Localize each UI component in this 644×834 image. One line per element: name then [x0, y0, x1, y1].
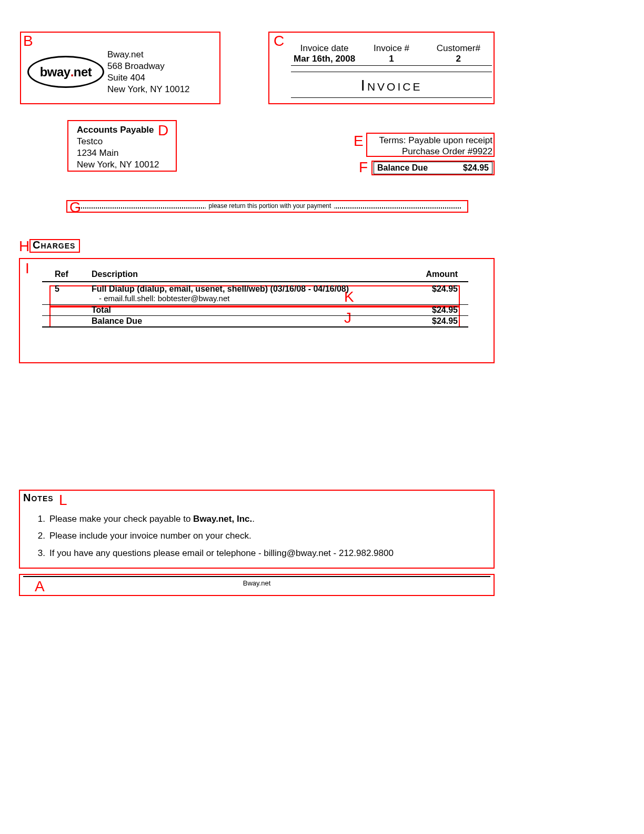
note-1-bold: Bway.net, Inc. — [193, 514, 252, 524]
charges-header-row: Ref Description Amount — [42, 267, 468, 282]
region-tag-b: B — [23, 33, 33, 49]
notes-title: Notes — [23, 492, 54, 504]
note-3: 3. If you have any questions please emai… — [32, 545, 484, 562]
charge-detail: - email.full.shell: bobtester@bway.net — [42, 294, 468, 305]
note-1-post: . — [252, 514, 255, 524]
company-addr1: 568 Broadway — [107, 61, 190, 72]
meta-value-num: 1 — [358, 54, 425, 64]
charge-total-amount: $24.95 — [400, 305, 468, 315]
terms-line2: Purchase Order #9922 — [368, 146, 492, 157]
charges-header-desc: Description — [92, 270, 400, 279]
note-1: 1. Please make your check payable to Bwa… — [32, 511, 484, 528]
company-addr2: Suite 404 — [107, 72, 190, 84]
charge-total-row: Total $24.95 — [42, 305, 468, 316]
footer-rule — [23, 576, 490, 577]
balance-due-box: Balance Due $24.95 — [374, 162, 492, 174]
meta-value-date: Mar 16th, 2008 — [291, 54, 358, 64]
logo-text-post: net — [74, 65, 92, 80]
meta-label-num: Invoice # — [358, 43, 425, 54]
invoice-meta-table: Invoice date Invoice # Customer# Mar 16t… — [291, 43, 492, 66]
charge-balance-amount: $24.95 — [400, 316, 468, 326]
charges-header-ref: Ref — [42, 270, 92, 279]
company-name: Bway.net — [107, 49, 190, 61]
charge-line: 5 Full Dialup (dialup, email, usenet, sh… — [42, 282, 468, 294]
bill-to-heading: Accounts Payable — [77, 124, 159, 136]
charge-desc: Full Dialup (dialup, email, usenet, shel… — [92, 284, 400, 294]
note-2: 2. Please include your invoice number on… — [32, 528, 484, 544]
company-addr3: New York, NY 10012 — [107, 84, 190, 95]
charges-title: Charges — [33, 239, 75, 251]
charge-balance-label: Balance Due — [92, 316, 400, 326]
region-tag-l: L — [59, 492, 67, 509]
charges-header-amount: Amount — [400, 270, 468, 279]
note-3-text: If you have any questions please email o… — [49, 545, 394, 562]
balance-due-amount: $24.95 — [463, 163, 489, 173]
bill-to-name: Testco — [77, 136, 159, 147]
region-tag-h: H — [19, 238, 29, 255]
company-address: Bway.net 568 Broadway Suite 404 New York… — [107, 49, 190, 95]
note-1-num: 1. — [32, 511, 45, 528]
charge-amount: $24.95 — [400, 284, 468, 294]
region-tag-c: C — [274, 33, 284, 49]
tear-text: please return this portion with your pay… — [206, 202, 335, 210]
terms-block: Terms: Payable upon receipt Purchase Ord… — [368, 135, 492, 157]
charges-table: Ref Description Amount 5 Full Dialup (di… — [42, 267, 468, 327]
meta-label-cust: Customer# — [425, 43, 492, 54]
region-tag-i: I — [25, 260, 29, 277]
tear-text-wrap: please return this portion with your pay… — [79, 202, 461, 210]
note-1-pre: Please make your check payable to — [49, 514, 193, 524]
note-2-num: 2. — [32, 528, 45, 544]
terms-line1: Terms: Payable upon receipt — [368, 135, 492, 146]
charge-ref: 5 — [42, 284, 92, 294]
charge-total-label: Total — [92, 305, 400, 315]
note-3-num: 3. — [32, 545, 45, 562]
notes-list: 1. Please make your check payable to Bwa… — [32, 511, 484, 562]
bill-to-block: Accounts Payable Testco 1234 Main New Yo… — [77, 124, 159, 171]
charge-balance-row: Balance Due $24.95 — [42, 316, 468, 327]
meta-value-cust: 2 — [425, 54, 492, 64]
balance-due-label: Balance Due — [377, 163, 428, 173]
meta-label-date: Invoice date — [291, 43, 358, 54]
logo-text-pre: bway — [40, 65, 71, 80]
region-tag-f: F — [359, 159, 368, 176]
bill-to-addr1: 1234 Main — [77, 147, 159, 159]
company-logo: bway.net — [27, 56, 104, 88]
region-tag-e: E — [354, 133, 364, 150]
footer-text: Bway.net — [23, 579, 490, 587]
note-2-text: Please include your invoice number on yo… — [49, 528, 251, 544]
bill-to-addr2: New York, NY 10012 — [77, 159, 159, 171]
invoice-title: Invoice — [291, 72, 492, 98]
region-tag-d: D — [158, 122, 168, 139]
